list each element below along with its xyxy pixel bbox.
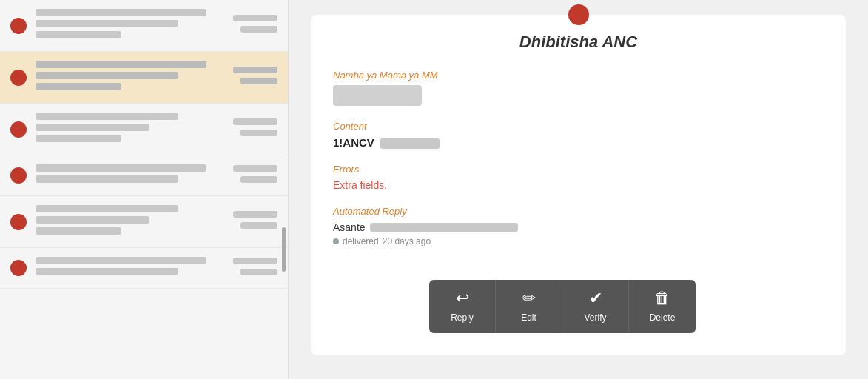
namba-value [333, 85, 422, 106]
reply-status: delivered 20 days ago [333, 236, 824, 246]
item-subtitle [36, 20, 178, 27]
item-content [36, 113, 226, 146]
detail-panel: Dhibitisha ANC Namba ya Mama ya MM Conte… [289, 0, 868, 379]
item-content [36, 164, 226, 187]
status-dot [10, 18, 27, 34]
reply-icon: ↩ [456, 290, 469, 306]
action-toolbar: ↩ Reply ✏ Edit ✔ Verify 🗑 Delete [429, 280, 696, 333]
top-indicator-dot [568, 4, 589, 25]
delete-button[interactable]: 🗑 Delete [629, 280, 696, 333]
content-blurred [380, 138, 440, 149]
message-list[interactable] [0, 0, 289, 379]
detail-card: Dhibitisha ANC Namba ya Mama ya MM Conte… [311, 15, 846, 355]
verify-button[interactable]: ✔ Verify [562, 280, 629, 333]
list-item[interactable] [0, 155, 288, 196]
item-content [36, 205, 226, 238]
item-meta [233, 15, 277, 36]
delete-icon: 🗑 [654, 290, 670, 306]
edit-button[interactable]: ✏ Edit [496, 280, 562, 333]
edit-icon: ✏ [522, 290, 536, 306]
item-status [240, 130, 277, 136]
item-content [36, 61, 226, 94]
namba-label: Namba ya Mama ya MM [333, 70, 824, 81]
status-dot [10, 214, 27, 230]
status-dot [10, 70, 27, 86]
item-content [36, 257, 226, 279]
item-subtitle [36, 175, 178, 183]
item-meta [233, 67, 277, 88]
errors-field-group: Errors Extra fields. [333, 164, 824, 191]
item-date [233, 165, 277, 172]
detail-title: Dhibitisha ANC [333, 33, 824, 52]
namba-field-group: Namba ya Mama ya MM [333, 70, 824, 106]
automated-reply-label: Automated Reply [333, 206, 824, 217]
item-meta [233, 211, 277, 232]
item-title [36, 61, 206, 68]
status-dot [10, 121, 27, 138]
item-title [36, 164, 206, 172]
item-status [240, 222, 277, 229]
item-meta [233, 165, 277, 187]
item-status [240, 78, 277, 84]
item-title [36, 113, 178, 120]
automated-reply-section: Automated Reply Asante delivered 20 days… [333, 206, 824, 246]
item-subtitle [36, 268, 178, 275]
list-item[interactable] [0, 196, 288, 248]
status-dot [10, 167, 27, 184]
errors-value: Extra fields. [333, 179, 824, 191]
errors-label: Errors [333, 164, 824, 175]
item-title [36, 205, 178, 212]
item-meta [233, 118, 277, 140]
item-subtitle [36, 216, 149, 224]
reply-label: Reply [451, 312, 474, 323]
list-item[interactable] [0, 104, 288, 155]
edit-label: Edit [521, 312, 536, 323]
content-label: Content [333, 121, 824, 132]
item-date [233, 211, 277, 218]
item-title [36, 257, 206, 264]
item-date [233, 67, 277, 73]
item-content [36, 9, 226, 42]
item-subtitle [36, 72, 178, 79]
status-dot [10, 260, 27, 276]
list-item-active[interactable] [0, 52, 288, 104]
item-detail [36, 135, 121, 142]
reply-message: Asante [333, 221, 824, 233]
item-detail [36, 83, 121, 90]
item-detail [36, 227, 121, 235]
list-item[interactable] [0, 0, 288, 52]
verify-icon: ✔ [589, 290, 602, 306]
content-value: 1!ANCV [333, 136, 824, 149]
delivered-dot [333, 238, 339, 244]
item-date [233, 15, 277, 21]
delete-label: Delete [650, 312, 676, 323]
item-status [240, 26, 277, 33]
item-status [240, 269, 277, 275]
list-item[interactable] [0, 248, 288, 289]
reply-button[interactable]: ↩ Reply [429, 280, 496, 333]
item-meta [233, 258, 277, 279]
item-detail [36, 31, 121, 38]
scrollbar-thumb[interactable] [282, 227, 286, 272]
item-status [240, 176, 277, 183]
content-field-group: Content 1!ANCV [333, 121, 824, 149]
verify-label: Verify [584, 312, 606, 323]
item-date [233, 118, 277, 125]
item-date [233, 258, 277, 264]
reply-blurred [370, 223, 518, 232]
item-subtitle [36, 124, 149, 131]
item-title [36, 9, 206, 16]
